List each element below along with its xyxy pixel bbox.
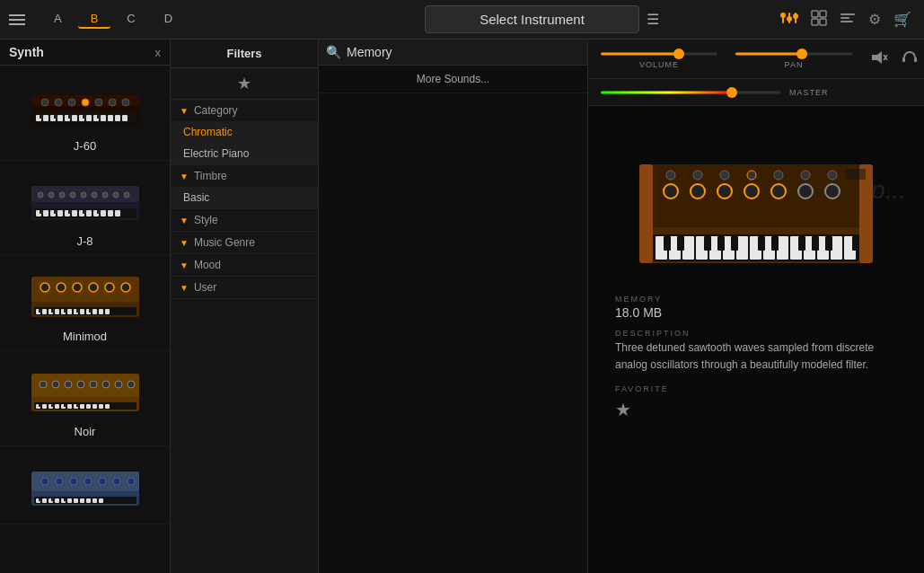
svg-rect-197: [846, 169, 866, 180]
synth-item-j60[interactable]: J-60: [0, 66, 170, 161]
filter-basic[interactable]: Basic: [171, 187, 318, 208]
filter-chromatic[interactable]: Chromatic: [171, 121, 318, 143]
svg-rect-58: [68, 210, 72, 214]
volume-slider[interactable]: [601, 49, 717, 58]
filter-section-timbre: ▼ Timbre Basic: [171, 165, 318, 209]
filter-electric-piano[interactable]: Electric Piano: [171, 143, 318, 164]
hamburger-icon[interactable]: [9, 14, 25, 25]
svg-point-142: [70, 478, 77, 485]
mute-icon[interactable]: [870, 48, 888, 70]
filter-star[interactable]: ★: [171, 68, 318, 100]
svg-rect-134: [86, 498, 91, 503]
svg-rect-178: [771, 236, 779, 251]
search-input[interactable]: [347, 45, 580, 59]
description-label: DESCRIPTION: [615, 329, 897, 338]
svg-point-67: [102, 192, 108, 198]
svg-point-34: [41, 99, 48, 106]
svg-rect-113: [64, 404, 66, 407]
instrument-menu-icon[interactable]: ☰: [639, 11, 666, 28]
svg-point-66: [92, 192, 97, 198]
grid-icon[interactable]: [811, 10, 827, 30]
svg-rect-139: [64, 498, 66, 501]
right-panel: VOLUME PAN: [588, 40, 924, 573]
svg-point-37: [82, 99, 89, 106]
synth-item-minimod[interactable]: Minimod: [0, 256, 170, 351]
pan-thumb[interactable]: [796, 48, 807, 59]
volume-fill: [601, 52, 677, 55]
svg-rect-32: [83, 115, 86, 119]
svg-rect-127: [42, 498, 47, 503]
svg-rect-133: [80, 498, 84, 503]
filter-section-style: ▼ Style: [171, 209, 318, 232]
svg-rect-87: [64, 309, 66, 313]
filter-user-header[interactable]: ▼ User: [171, 277, 318, 298]
svg-point-5: [793, 13, 798, 19]
right-top-controls: VOLUME PAN: [588, 40, 924, 79]
svg-rect-89: [89, 309, 92, 313]
tab-c[interactable]: C: [114, 10, 147, 29]
synth-image-j60: [22, 73, 148, 136]
svg-rect-80: [80, 309, 84, 314]
svg-rect-108: [92, 404, 97, 409]
svg-rect-136: [99, 498, 103, 503]
master-slider[interactable]: [601, 88, 780, 97]
tab-b[interactable]: B: [78, 10, 111, 29]
pattern-icon[interactable]: [840, 10, 856, 30]
info-section: MEMORY 18.0 MB DESCRIPTION Three detuned…: [606, 295, 906, 420]
svg-rect-10: [840, 13, 855, 15]
svg-point-36: [68, 99, 75, 106]
select-instrument-button[interactable]: Select Instrument: [425, 5, 639, 33]
svg-point-62: [48, 192, 54, 198]
volume-thumb[interactable]: [673, 48, 684, 59]
svg-rect-27: [115, 115, 120, 121]
volume-label: VOLUME: [639, 60, 679, 69]
synth-close-button[interactable]: x: [155, 46, 162, 59]
svg-rect-59: [83, 210, 86, 214]
svg-point-190: [666, 171, 675, 180]
svg-point-35: [55, 99, 62, 106]
svg-rect-25: [101, 115, 106, 121]
svg-rect-175: [717, 236, 725, 251]
svg-point-145: [113, 478, 120, 485]
search-panel: 🔍 More Sounds...: [319, 40, 588, 573]
master-thumb[interactable]: [726, 87, 737, 98]
headphone-icon[interactable]: [901, 48, 919, 70]
filter-style-header[interactable]: ▼ Style: [171, 209, 318, 231]
svg-rect-154: [639, 164, 653, 263]
favorite-star[interactable]: ★: [615, 399, 897, 420]
filter-musicgenre-header[interactable]: ▼ Music Genre: [171, 232, 318, 253]
svg-point-120: [102, 381, 110, 388]
svg-rect-174: [704, 236, 711, 251]
master-label: MASTER: [789, 88, 829, 97]
pan-slider[interactable]: [735, 49, 852, 58]
synth-item-5[interactable]: [0, 446, 170, 525]
mixer-icon[interactable]: [780, 9, 798, 31]
synth-image-5: [22, 454, 148, 516]
favorite-section: FAVORITE ★: [615, 384, 897, 420]
svg-point-38: [95, 99, 102, 106]
filter-user-arrow: ▼: [180, 283, 189, 293]
svg-point-194: [774, 171, 783, 180]
synth-label-noir: Noir: [75, 425, 96, 438]
svg-marker-147: [872, 51, 882, 64]
svg-point-144: [99, 478, 106, 485]
gear-icon[interactable]: ⚙: [868, 11, 881, 28]
filter-category-header[interactable]: ▼ Category: [171, 100, 318, 121]
svg-rect-17: [43, 115, 48, 121]
tab-d[interactable]: D: [152, 10, 185, 29]
svg-point-64: [70, 192, 75, 198]
tab-a[interactable]: A: [41, 10, 75, 29]
synth-item-j8[interactable]: J-8: [0, 161, 170, 256]
svg-rect-45: [43, 210, 48, 216]
svg-rect-54: [108, 210, 113, 216]
filter-timbre-header[interactable]: ▼ Timbre: [171, 165, 318, 187]
filter-mood-header[interactable]: ▼ Mood: [171, 254, 318, 276]
cart-icon[interactable]: 🛒: [893, 11, 911, 28]
more-sounds-button[interactable]: More Sounds...: [319, 66, 587, 93]
filter-timbre-arrow: ▼: [180, 172, 189, 181]
synth-item-noir[interactable]: Noir: [0, 351, 170, 446]
filters-panel: Filters ★ ▼ Category Chromatic Electric …: [171, 40, 319, 573]
top-bar-right: ⚙ 🛒: [768, 9, 924, 31]
svg-rect-12: [840, 21, 853, 22]
pan-fill: [735, 52, 800, 55]
